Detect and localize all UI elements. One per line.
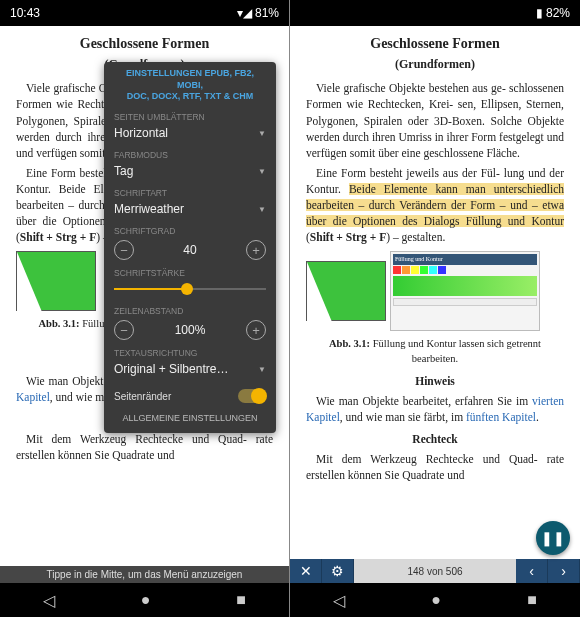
android-navbar: ◁ ● ■ [290,583,580,617]
paragraph: Wie man Objekte bearbeitet, erfahren Sie… [306,393,564,425]
next-page-button[interactable]: › [548,559,580,583]
battery-text: 81% [255,6,279,20]
page-title: Geschlossene Formen [16,34,273,54]
wifi-icon: ▾◢ [237,6,252,20]
linespace-increase-button[interactable]: + [246,320,266,340]
reader-toolbar: ✕ ⚙ 148 von 506 ‹ › [290,559,580,583]
paragraph: Mit dem Werkzeug Rechtecke und Quad- rat… [306,451,564,483]
colormode-label: FARBMODUS [114,150,266,160]
battery-text: 82% [546,6,570,20]
font-select[interactable]: Merriweather▼ [114,200,266,220]
chevron-down-icon: ▼ [258,365,266,374]
battery-icon: ▮ [536,6,543,20]
paragraph: Mit dem Werkzeug Rechtecke und Quad- rat… [16,431,273,463]
fontweight-label: SCHRIFTSTÄRKE [114,268,266,278]
pageturn-label: SEITEN UMBLÄTTERN [114,112,266,122]
fontweight-slider[interactable] [114,280,266,298]
right-screen: ▮ 82% Geschlossene Formen (Grundformen) … [290,0,580,617]
back-button[interactable]: ◁ [43,591,55,610]
colormode-select[interactable]: Tag▼ [114,162,266,182]
figure-shape [306,261,386,321]
heading-rechteck: Rechteck [306,431,564,447]
android-navbar: ◁ ● ■ [0,583,289,617]
linespace-decrease-button[interactable]: − [114,320,134,340]
pause-icon: ❚❚ [541,530,565,547]
chevron-left-icon: ‹ [529,563,534,579]
fontsize-value: 40 [134,243,246,257]
margins-label: Seitenränder [114,391,171,402]
figure: Füllung und Kontur [306,251,564,331]
fontsize-decrease-button[interactable]: − [114,240,134,260]
pause-fab[interactable]: ❚❚ [536,521,570,555]
chevron-down-icon: ▼ [258,129,266,138]
heading-hinweis: Hinweis [306,373,564,389]
home-button[interactable]: ● [141,591,151,609]
paragraph: Eine Form besteht jeweils aus der Fül- l… [306,165,564,245]
gear-icon: ⚙ [331,563,344,579]
home-button[interactable]: ● [431,591,441,609]
figure-shape [16,251,96,311]
pageturn-select[interactable]: Horizontal▼ [114,124,266,144]
font-label: SCHRIFTART [114,188,266,198]
close-button[interactable]: ✕ [290,559,322,583]
page-content: Geschlossene Formen (Grundformen) Viele … [290,26,580,559]
fontsize-increase-button[interactable]: + [246,240,266,260]
settings-title: EINSTELLUNGEN EPUB, FB2, MOBI,DOC, DOCX,… [104,62,276,109]
reader-settings-panel[interactable]: EINSTELLUNGEN EPUB, FB2, MOBI,DOC, DOCX,… [104,62,276,433]
status-bar: ▮ 82% [290,0,580,26]
linespace-label: ZEILENABSTAND [114,306,266,316]
recent-button[interactable]: ■ [236,591,246,609]
highlighted-text[interactable]: Beide Elemente kann man unterschiedlich … [306,183,564,227]
settings-button[interactable]: ⚙ [322,559,354,583]
general-settings-button[interactable]: ALLGEMEINE EINSTELLUNGEN [104,407,276,429]
chevron-down-icon: ▼ [258,205,266,214]
left-screen: 10:43 ▾◢ 81% Geschlossene Formen (Grundf… [0,0,290,617]
page-indicator[interactable]: 148 von 506 [354,559,516,583]
hint-toast: Tippe in die Mitte, um das Menü anzuzeig… [0,566,289,583]
fill-stroke-dialog: Füllung und Kontur [390,251,540,331]
page-title: Geschlossene Formen [306,34,564,54]
margins-toggle[interactable] [238,389,266,403]
paragraph: Viele grafische Objekte bestehen aus ge-… [306,80,564,160]
figure-caption: Abb. 3.1: Füllung und Kontur lassen sich… [306,337,564,366]
textalign-select[interactable]: Original + Silbentre…▼ [114,360,266,380]
prev-page-button[interactable]: ‹ [516,559,548,583]
chevron-down-icon: ▼ [258,167,266,176]
chevron-right-icon: › [561,563,566,579]
linespace-value: 100% [134,323,246,337]
textalign-label: TEXTAUSRICHTUNG [114,348,266,358]
back-button[interactable]: ◁ [333,591,345,610]
status-bar: 10:43 ▾◢ 81% [0,0,289,26]
status-time: 10:43 [10,6,40,20]
link-ch5[interactable]: fünften Kapitel [466,411,536,423]
recent-button[interactable]: ■ [527,591,537,609]
page-subtitle: (Grundformen) [306,56,564,73]
fontsize-label: SCHRIFTGRAD [114,226,266,236]
